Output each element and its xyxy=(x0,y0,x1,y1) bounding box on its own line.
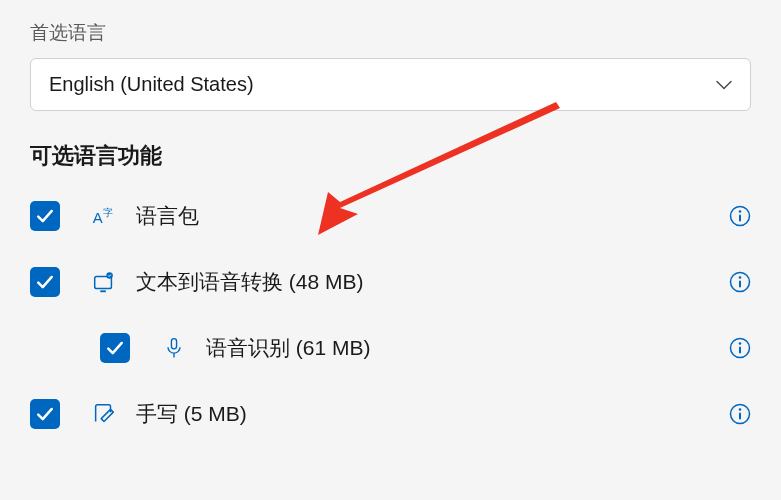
svg-rect-18 xyxy=(739,413,741,420)
info-icon[interactable] xyxy=(729,403,751,425)
feature-row-text-to-speech: 文本到语音转换 (48 MB) xyxy=(30,259,751,305)
handwriting-icon xyxy=(90,400,118,428)
microphone-icon xyxy=(160,334,188,362)
check-icon xyxy=(36,207,54,225)
chevron-down-icon xyxy=(716,80,732,90)
checkbox-language-pack[interactable] xyxy=(30,201,60,231)
language-dropdown[interactable]: English (United States) xyxy=(30,58,751,111)
info-icon[interactable] xyxy=(729,205,751,227)
feature-label: 文本到语音转换 (48 MB) xyxy=(136,268,364,296)
svg-point-3 xyxy=(739,210,742,213)
check-icon xyxy=(106,339,124,357)
svg-point-14 xyxy=(739,342,742,345)
check-icon xyxy=(36,273,54,291)
svg-rect-4 xyxy=(739,215,741,222)
feature-row-language-pack: A 字 语言包 xyxy=(30,193,751,239)
svg-point-17 xyxy=(739,408,742,411)
checkbox-text-to-speech[interactable] xyxy=(30,267,60,297)
optional-features-header: 可选语言功能 xyxy=(30,141,751,171)
svg-text:A: A xyxy=(93,210,103,226)
info-icon[interactable] xyxy=(729,337,751,359)
svg-text:字: 字 xyxy=(103,207,113,218)
svg-rect-10 xyxy=(739,281,741,288)
text-to-speech-icon xyxy=(90,268,118,296)
feature-label: 语音识别 (61 MB) xyxy=(206,334,371,362)
svg-point-9 xyxy=(739,276,742,279)
svg-rect-15 xyxy=(739,347,741,354)
svg-rect-11 xyxy=(171,339,176,349)
feature-row-handwriting: 手写 (5 MB) xyxy=(30,391,751,437)
feature-label: 手写 (5 MB) xyxy=(136,400,247,428)
feature-row-speech-recognition: 语音识别 (61 MB) xyxy=(30,325,751,371)
check-icon xyxy=(36,405,54,423)
preferred-language-label: 首选语言 xyxy=(30,20,751,46)
checkbox-speech-recognition[interactable] xyxy=(100,333,130,363)
info-icon[interactable] xyxy=(729,271,751,293)
svg-rect-6 xyxy=(100,290,106,292)
language-pack-icon: A 字 xyxy=(90,202,118,230)
checkbox-handwriting[interactable] xyxy=(30,399,60,429)
feature-label: 语言包 xyxy=(136,202,199,230)
language-dropdown-value: English (United States) xyxy=(49,73,254,96)
